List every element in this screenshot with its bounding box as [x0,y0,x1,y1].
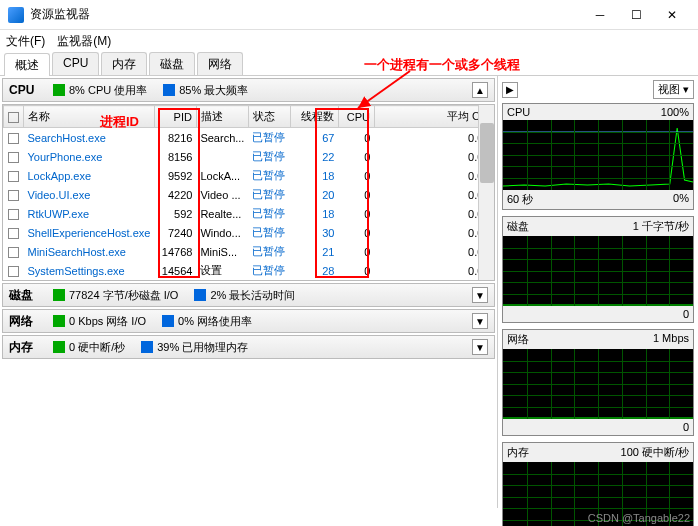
net-usage-chip [162,315,174,327]
menu-file[interactable]: 文件(F) [6,33,45,50]
proc-avg: 0.00 [374,261,493,280]
proc-avg: 0.00 [374,223,493,242]
proc-threads: 20 [290,185,338,204]
table-row[interactable]: MiniSearchHost.exe14768MiniS...已暂停2100.0… [4,242,494,261]
disk-activity-text: 2% 最长活动时间 [210,288,295,303]
table-scrollbar[interactable] [478,105,494,280]
chart-foot-right: 0 [683,308,689,320]
net-expand-button[interactable]: ▼ [472,313,488,329]
proc-pid: 7240 [154,223,196,242]
chart-foot-right: 0 [683,421,689,433]
cpu-section-header[interactable]: CPU 8% CPU 使用率 85% 最大频率 ▲ [2,78,495,102]
memory-section-header[interactable]: 内存 0 硬中断/秒 39% 已用物理内存 ▼ [2,335,495,359]
proc-cpu: 0 [338,242,374,261]
proc-name: YourPhone.exe [24,147,155,166]
minimize-button[interactable]: ─ [582,1,618,29]
mem-used-text: 39% 已用物理内存 [157,340,248,355]
rightpane-collapse-button[interactable]: ▶ [502,82,518,98]
proc-desc: Search... [196,128,248,148]
proc-desc: Windo... [196,223,248,242]
proc-status: 已暂停 [248,147,290,166]
chart-body [503,120,693,190]
proc-threads: 30 [290,223,338,242]
tab-disk[interactable]: 磁盘 [149,52,195,75]
table-row[interactable]: ShellExperienceHost.exe7240Windo...已暂停30… [4,223,494,242]
proc-status: 已暂停 [248,242,290,261]
chart-max: 100% [661,106,689,118]
row-checkbox[interactable] [4,166,24,185]
proc-cpu: 0 [338,185,374,204]
maximize-button[interactable]: ☐ [618,1,654,29]
proc-cpu: 0 [338,204,374,223]
row-checkbox[interactable] [4,242,24,261]
right-pane: ▶ 视图 ▾ CPU100%60 秒0%磁盘1 千字节/秒0网络1 Mbps0内… [498,76,698,508]
watermark: CSDN @Tangable22 [588,512,690,524]
table-row[interactable]: YourPhone.exe8156已暂停2200.00 [4,147,494,166]
net-usage-text: 0% 网络使用率 [178,314,252,329]
app-icon [8,7,24,23]
disk-expand-button[interactable]: ▼ [472,287,488,303]
col-threads[interactable]: 线程数 [290,106,338,128]
cpu-collapse-button[interactable]: ▲ [472,82,488,98]
mem-expand-button[interactable]: ▼ [472,339,488,355]
col-pid[interactable]: PID [154,106,196,128]
row-checkbox[interactable] [4,223,24,242]
row-checkbox[interactable] [4,204,24,223]
proc-pid: 8156 [154,147,196,166]
menu-monitor[interactable]: 监视器(M) [57,33,111,50]
cpu-usage-text: 8% CPU 使用率 [69,83,147,98]
close-button[interactable]: ✕ [654,1,690,29]
proc-avg: 0.00 [374,242,493,261]
proc-pid: 14768 [154,242,196,261]
proc-status: 已暂停 [248,166,290,185]
proc-pid: 4220 [154,185,196,204]
table-header-row: 名称 PID 描述 状态 线程数 CPU 平均 C... [4,106,494,128]
proc-cpu: 0 [338,261,374,280]
col-checkbox[interactable] [4,106,24,128]
row-checkbox[interactable] [4,185,24,204]
proc-name: ShellExperienceHost.exe [24,223,155,242]
svg-line-0 [358,71,410,108]
network-section-header[interactable]: 网络 0 Kbps 网络 I/O 0% 网络使用率 ▼ [2,309,495,333]
chart-max: 100 硬中断/秒 [621,445,689,460]
proc-status: 已暂停 [248,185,290,204]
proc-avg: 0.00 [374,185,493,204]
tab-cpu[interactable]: CPU [52,52,99,75]
tab-overview[interactable]: 概述 [4,53,50,76]
disk-activity-chip [194,289,206,301]
tab-memory[interactable]: 内存 [101,52,147,75]
table-row[interactable]: SearchHost.exe8216Search...已暂停6700.00 [4,128,494,148]
table-row[interactable]: LockApp.exe9592LockA...已暂停1800.00 [4,166,494,185]
chart-foot-left: 60 秒 [507,192,533,207]
proc-status: 已暂停 [248,223,290,242]
proc-cpu: 0 [338,128,374,148]
net-io-text: 0 Kbps 网络 I/O [69,314,146,329]
titlebar: 资源监视器 ─ ☐ ✕ [0,0,698,30]
row-checkbox[interactable] [4,128,24,148]
col-name[interactable]: 名称 [24,106,155,128]
net-label: 网络 [9,313,49,330]
proc-status: 已暂停 [248,204,290,223]
col-desc[interactable]: 描述 [196,106,248,128]
proc-status: 已暂停 [248,128,290,148]
row-checkbox[interactable] [4,261,24,280]
view-selector[interactable]: 视图 ▾ [653,80,694,99]
tabs: 概述 CPU 内存 磁盘 网络 [0,52,698,76]
proc-name: MiniSearchHost.exe [24,242,155,261]
row-checkbox[interactable] [4,147,24,166]
table-row[interactable]: SystemSettings.exe14564设置已暂停2800.00 [4,261,494,280]
chart-body [503,236,693,306]
proc-avg: 0.00 [374,128,493,148]
proc-name: Video.UI.exe [24,185,155,204]
proc-threads: 18 [290,204,338,223]
table-row[interactable]: RtkUWP.exe592Realte...已暂停1800.00 [4,204,494,223]
mem-label: 内存 [9,339,49,356]
chart-body [503,349,693,419]
disk-section-header[interactable]: 磁盘 77824 字节/秒磁盘 I/O 2% 最长活动时间 ▼ [2,283,495,307]
annotation-arrow [350,66,420,116]
tab-network[interactable]: 网络 [197,52,243,75]
mem-used-chip [141,341,153,353]
table-row[interactable]: Video.UI.exe4220Video ...已暂停2000.00 [4,185,494,204]
proc-threads: 67 [290,128,338,148]
col-status[interactable]: 状态 [248,106,290,128]
